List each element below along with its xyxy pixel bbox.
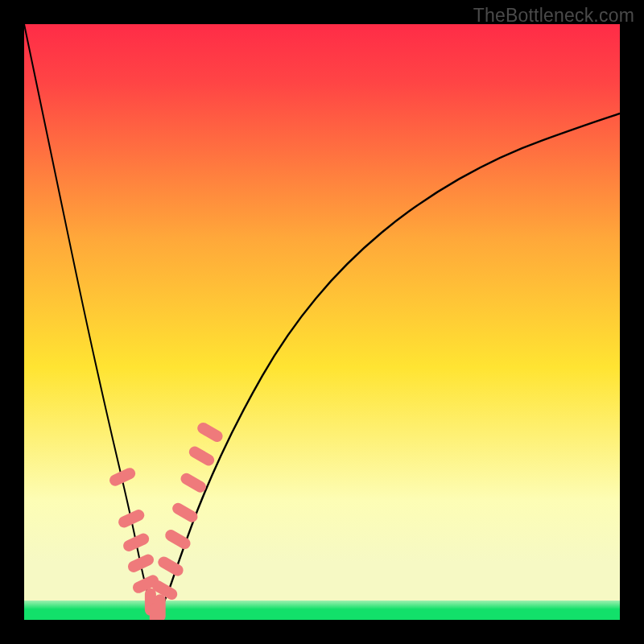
marker-beads [108, 420, 225, 620]
curve-right-branch [155, 114, 620, 620]
bead-marker [179, 471, 208, 494]
bead-marker [155, 594, 166, 620]
bead-marker [187, 444, 216, 468]
bead-marker [108, 466, 138, 488]
curve-layer [24, 24, 620, 620]
curve-left-branch [24, 24, 155, 620]
bead-marker [171, 501, 200, 524]
bead-marker [117, 508, 147, 530]
chart-stage: TheBottleneck.com [0, 0, 644, 644]
bead-marker [163, 528, 192, 551]
bead-marker [122, 531, 151, 553]
watermark-text: TheBottleneck.com [473, 5, 634, 27]
bead-marker [126, 552, 156, 574]
bead-marker [196, 420, 225, 444]
plot-area [24, 24, 620, 620]
